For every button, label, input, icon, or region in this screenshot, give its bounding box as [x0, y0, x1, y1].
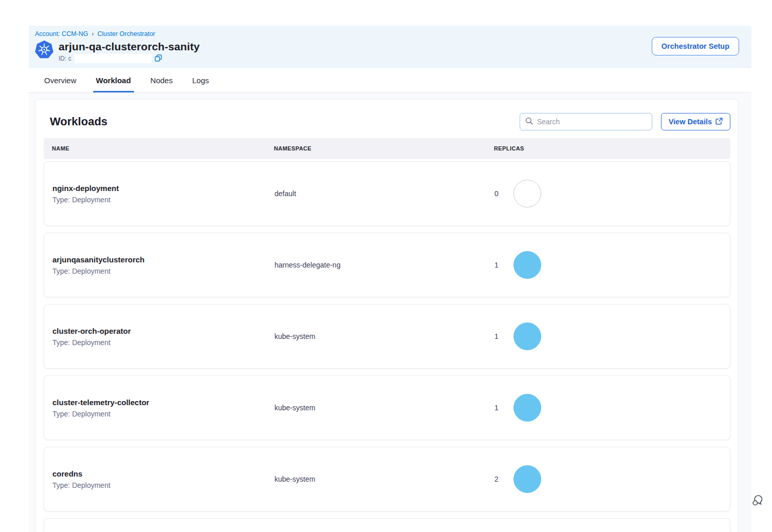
- page-header: Account: CCM-NG›Cluster Orchestrator: [29, 26, 751, 68]
- breadcrumb: Account: CCM-NG›Cluster Orchestrator: [35, 30, 739, 37]
- replica-count: 1: [494, 261, 500, 269]
- table-row[interactable]: cluster-orch-operator Type: Deployment k…: [44, 304, 730, 369]
- workloads-panel: Workloads View Details: [35, 99, 739, 532]
- external-link-icon: [715, 118, 723, 126]
- workload-type: Type: Deployment: [52, 481, 274, 489]
- workloads-search[interactable]: [520, 113, 652, 130]
- workload-namespace: kube-system: [274, 404, 494, 412]
- column-header-namespace: NAMESPACE: [274, 145, 494, 151]
- table-row-partial[interactable]: [44, 518, 730, 532]
- chat-bubble-icon[interactable]: [750, 493, 765, 507]
- replica-count: 1: [494, 404, 500, 412]
- column-header-replicas: REPLICAS: [494, 145, 730, 151]
- table-row[interactable]: arjunqasanityclusterorch Type: Deploymen…: [44, 233, 730, 297]
- replica-count: 0: [494, 189, 500, 198]
- workload-name: nginx-deployment: [52, 184, 274, 193]
- column-header-name: NAME: [52, 145, 274, 151]
- replica-status-circle: [513, 394, 541, 422]
- copy-icon[interactable]: [155, 54, 162, 63]
- workload-type: Type: Deployment: [52, 338, 274, 347]
- tab-bar: Overview Workload Nodes Logs: [29, 68, 751, 93]
- tab-overview[interactable]: Overview: [43, 68, 78, 92]
- workload-name: arjunqasanityclusterorch: [52, 255, 274, 264]
- workload-namespace: default: [274, 189, 494, 198]
- cluster-id-redacted: [75, 54, 152, 63]
- table-row[interactable]: nginx-deployment Type: Deployment defaul…: [44, 161, 730, 226]
- view-details-label: View Details: [669, 118, 712, 126]
- replica-status-circle: [513, 322, 541, 350]
- orchestrator-setup-button[interactable]: Orchestrator Setup: [652, 37, 739, 55]
- cluster-id-label: ID: c: [59, 55, 71, 62]
- cluster-orchestrator-app: Account: CCM-NG›Cluster Orchestrator: [29, 26, 751, 532]
- workload-namespace: kube-system: [274, 475, 494, 483]
- breadcrumb-account-link[interactable]: Account: CCM-NG: [35, 30, 88, 37]
- replica-count: 1: [494, 332, 500, 340]
- workload-namespace: harness-delegate-ng: [274, 261, 494, 269]
- replica-status-circle: [513, 180, 541, 207]
- content-area: Workloads View Details: [29, 93, 751, 532]
- workload-type: Type: Deployment: [52, 410, 274, 418]
- workload-namespace: kube-system: [274, 332, 494, 340]
- workload-name: cluster-orch-operator: [52, 327, 274, 335]
- table-row[interactable]: cluster-telemetry-collector Type: Deploy…: [44, 375, 730, 440]
- workload-type: Type: Deployment: [52, 267, 274, 275]
- replica-status-circle: [513, 465, 541, 493]
- search-input[interactable]: [537, 118, 647, 126]
- replica-status-circle: [513, 251, 541, 279]
- tab-logs[interactable]: Logs: [191, 68, 210, 92]
- page-title: arjun-qa-clusterorch-sanity: [59, 41, 200, 53]
- workload-name: coredns: [52, 469, 274, 478]
- workloads-title: Workloads: [50, 115, 107, 128]
- view-details-button[interactable]: View Details: [661, 113, 730, 130]
- table-header: NAME NAMESPACE REPLICAS: [44, 138, 730, 159]
- tab-nodes[interactable]: Nodes: [150, 68, 174, 92]
- table-row[interactable]: coredns Type: Deployment kube-system 2: [44, 447, 730, 511]
- workload-type: Type: Deployment: [52, 196, 274, 204]
- replica-count: 2: [494, 475, 500, 483]
- search-icon: [525, 117, 533, 127]
- breadcrumb-section-link[interactable]: Cluster Orchestrator: [98, 30, 156, 37]
- breadcrumb-separator: ›: [92, 30, 94, 37]
- workload-name: cluster-telemetry-collector: [52, 398, 274, 407]
- workloads-table-body: nginx-deployment Type: Deployment defaul…: [44, 161, 730, 532]
- tab-workload[interactable]: Workload: [95, 68, 132, 92]
- kubernetes-logo-icon: [35, 41, 53, 59]
